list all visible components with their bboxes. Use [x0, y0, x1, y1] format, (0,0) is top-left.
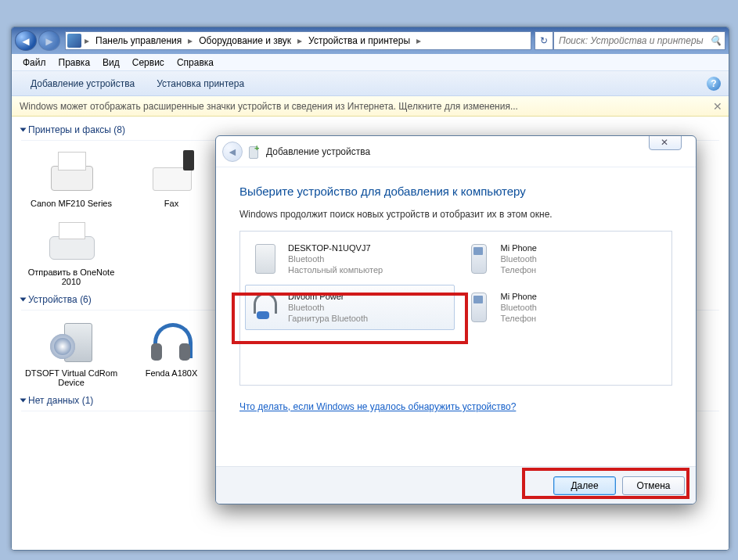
- breadcrumb[interactable]: ▸ Панель управления ▸ Оборудование и зву…: [65, 31, 531, 50]
- group-count: (1): [82, 395, 94, 406]
- group-count: (8): [113, 124, 125, 135]
- device-label: Fax: [124, 199, 218, 208]
- device-proto: Bluetooth: [288, 302, 368, 313]
- device-tile[interactable]: Fax: [124, 149, 218, 208]
- nav-area: ◄ ► ▸ Панель управления ▸ Оборудование и…: [12, 27, 729, 54]
- dialog-back-button[interactable]: ◄: [222, 142, 243, 162]
- dialog-body: Выберите устройство для добавления к ком…: [216, 167, 696, 412]
- dialog-title: Добавление устройства: [266, 146, 370, 157]
- group-count: (6): [80, 294, 92, 305]
- group-label: Нет данных: [28, 395, 79, 406]
- device-type: Настольный компьютер: [288, 264, 383, 275]
- printer-icon: [44, 217, 99, 264]
- device-item-selected[interactable]: Divoom Power Bluetooth Гарнитура Bluetoo…: [245, 285, 455, 330]
- chevron-down-icon: [20, 399, 27, 403]
- device-tile[interactable]: Отправить в OneNote 2010: [24, 217, 118, 286]
- close-icon[interactable]: ✕: [713, 100, 722, 113]
- device-type: Телефон: [501, 313, 537, 324]
- search-box[interactable]: 🔍: [553, 31, 725, 50]
- device-name: Divoom Power: [288, 291, 368, 302]
- menu-service[interactable]: Сервис: [126, 57, 171, 68]
- device-text: Mi Phone Bluetooth Телефон: [501, 242, 537, 275]
- device-list: DESKTOP-N1UQVJ7 Bluetooth Настольный ком…: [239, 231, 672, 386]
- device-text: Mi Phone Bluetooth Телефон: [501, 291, 537, 324]
- device-proto: Bluetooth: [501, 302, 537, 313]
- info-bar[interactable]: Windows может отображать расширенные зна…: [12, 96, 729, 117]
- toolbar: Добавление устройства Установка принтера…: [12, 71, 729, 96]
- device-item[interactable]: Mi Phone Bluetooth Телефон: [458, 285, 668, 330]
- device-label: Отправить в OneNote 2010: [24, 267, 118, 286]
- device-tile[interactable]: Fenda A180X: [124, 318, 218, 387]
- breadcrumb-root-icon: [67, 34, 81, 48]
- device-type: Гарнитура Bluetooth: [288, 313, 368, 324]
- device-label: Canon MF210 Series: [24, 199, 118, 208]
- toolbar-add-printer[interactable]: Установка принтера: [146, 78, 255, 89]
- nav-forward-button[interactable]: ►: [38, 31, 60, 51]
- device-text: DESKTOP-N1UQVJ7 Bluetooth Настольный ком…: [288, 242, 383, 275]
- device-tile[interactable]: DTSOFT Virtual CdRom Device: [24, 318, 118, 387]
- group-label: Принтеры и факсы: [28, 124, 111, 135]
- device-proto: Bluetooth: [501, 253, 537, 264]
- menu-edit[interactable]: Правка: [52, 57, 97, 68]
- toolbar-add-device[interactable]: Добавление устройства: [20, 78, 146, 89]
- phone-icon: [462, 241, 495, 277]
- dialog-subtext: Windows продолжит поиск новых устройств …: [239, 209, 672, 220]
- device-name: Mi Phone: [501, 242, 537, 253]
- dialog-heading: Выберите устройство для добавления к ком…: [239, 185, 672, 198]
- dialog-header: ◄ Добавление устройства: [216, 136, 696, 167]
- help-icon[interactable]: ?: [707, 77, 721, 91]
- device-label: DTSOFT Virtual CdRom Device: [24, 368, 118, 387]
- dialog-close-button[interactable]: ✕: [649, 135, 682, 150]
- chevron-right-icon: ▸: [415, 35, 423, 46]
- dialog-footer: Далее Отмена: [216, 466, 696, 504]
- chevron-right-icon: ▸: [83, 35, 91, 46]
- nav-back-button[interactable]: ◄: [15, 31, 37, 51]
- device-label: Fenda A180X: [124, 368, 218, 378]
- next-button[interactable]: Далее: [553, 476, 616, 495]
- search-input[interactable]: [557, 34, 710, 47]
- device-item[interactable]: Mi Phone Bluetooth Телефон: [458, 236, 668, 282]
- device-type: Телефон: [501, 264, 537, 275]
- device-tile[interactable]: Canon MF210 Series: [24, 149, 118, 208]
- breadcrumb-item[interactable]: Панель управления: [91, 32, 186, 49]
- cdrom-icon: [44, 318, 99, 365]
- printer-icon: [44, 149, 99, 196]
- device-item[interactable]: DESKTOP-N1UQVJ7 Bluetooth Настольный ком…: [245, 236, 455, 282]
- chevron-right-icon: ▸: [296, 35, 304, 46]
- breadcrumb-item[interactable]: Устройства и принтеры: [304, 32, 415, 49]
- info-bar-text: Windows может отображать расширенные зна…: [20, 101, 518, 112]
- chevron-down-icon: [20, 298, 27, 302]
- phone-icon: [462, 289, 495, 325]
- device-proto: Bluetooth: [288, 253, 383, 264]
- chevron-down-icon: [20, 128, 27, 132]
- computer-icon: [249, 241, 282, 277]
- chevron-right-icon: ▸: [186, 35, 194, 46]
- cancel-button[interactable]: Отмена: [622, 476, 685, 495]
- device-name: Mi Phone: [501, 291, 537, 302]
- refresh-button[interactable]: ↻: [535, 31, 553, 50]
- breadcrumb-item[interactable]: Оборудование и звук: [194, 32, 296, 49]
- bluetooth-headset-icon: [249, 289, 282, 325]
- menu-view[interactable]: Вид: [96, 57, 126, 68]
- menu-file[interactable]: Файл: [16, 57, 52, 68]
- search-icon: 🔍: [710, 35, 722, 46]
- add-device-icon: [247, 145, 261, 159]
- group-label: Устройства: [28, 294, 77, 305]
- device-name: DESKTOP-N1UQVJ7: [288, 242, 383, 253]
- menu-help[interactable]: Справка: [171, 57, 220, 68]
- fax-icon: [144, 149, 199, 196]
- menu-bar: Файл Правка Вид Сервис Справка: [12, 54, 729, 71]
- help-link[interactable]: Что делать, если Windows не удалось обна…: [239, 401, 516, 412]
- headset-icon: [144, 318, 199, 365]
- device-text: Divoom Power Bluetooth Гарнитура Bluetoo…: [288, 291, 368, 324]
- add-device-dialog: ✕ ◄ Добавление устройства Выберите устро…: [215, 135, 697, 504]
